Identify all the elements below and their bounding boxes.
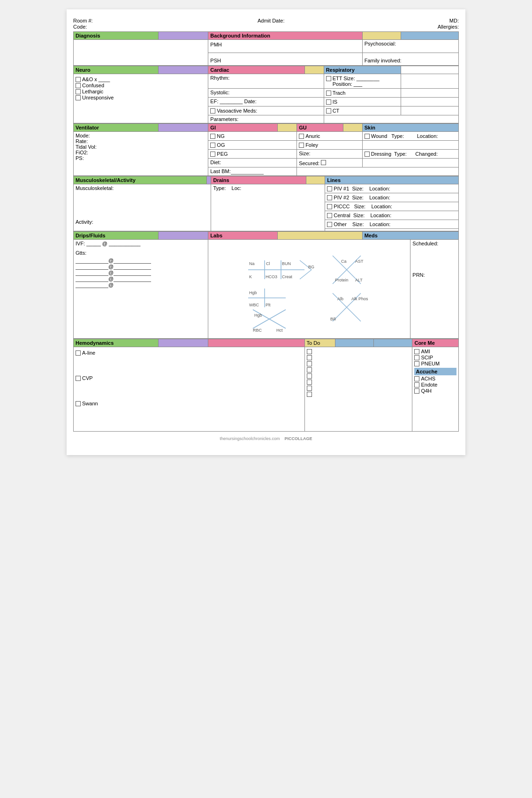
ct-checkbox[interactable] — [326, 108, 331, 114]
peg-checkbox[interactable] — [210, 152, 215, 157]
svg-text:Alb: Alb — [337, 296, 343, 301]
neuro-header: Neuro — [74, 66, 159, 74]
gu-skin-extra — [297, 167, 459, 176]
resp-params-extra — [324, 115, 458, 123]
skin-header: Skin — [362, 124, 458, 132]
drips-purple — [158, 232, 208, 240]
todo5-cb[interactable] — [307, 373, 312, 379]
labs-header: Labs — [208, 232, 278, 240]
hemo-cvp: CVP — [76, 375, 303, 381]
endote-cb[interactable] — [414, 382, 419, 388]
q4h-cb[interactable] — [414, 388, 419, 394]
core-achs: ACHS — [414, 376, 456, 381]
confused-checkbox[interactable] — [76, 83, 81, 88]
todo8-cb[interactable] — [307, 392, 312, 397]
gi-header: GI — [208, 124, 278, 132]
todo-6 — [307, 379, 410, 385]
aox-checkbox[interactable] — [76, 77, 81, 82]
msk-spacer — [76, 191, 209, 219]
foley-checkbox[interactable] — [299, 143, 304, 148]
svg-text:Hgb: Hgb — [249, 290, 257, 295]
skin-wound2 — [362, 141, 458, 150]
ett-checkbox[interactable] — [326, 76, 331, 81]
neuro-purple — [158, 66, 208, 74]
achs-cb[interactable] — [414, 376, 419, 381]
msk-purple — [207, 176, 211, 184]
todo-header: To Do — [304, 339, 335, 347]
meds-scheduled: Scheduled: — [412, 241, 456, 246]
svg-line-4 — [300, 270, 312, 279]
todo7-cb[interactable] — [307, 386, 312, 391]
piv1-checkbox[interactable] — [327, 186, 332, 191]
piv2-checkbox[interactable] — [327, 195, 332, 200]
todo3-cb[interactable] — [307, 361, 312, 366]
drips-header: Drips/Fluids — [74, 232, 159, 240]
svg-text:K: K — [249, 274, 252, 279]
todo1-cb[interactable] — [307, 349, 312, 354]
msk-header: Musculoskeletal/Activity — [74, 176, 207, 184]
core-pneum: PNEUM — [414, 361, 456, 366]
vaso-checkbox[interactable] — [210, 108, 215, 114]
md-label: MD: — [449, 18, 459, 23]
footer-website: thenursingschoolchronicles.com — [220, 436, 280, 441]
todo-blue — [335, 339, 374, 347]
drips-content: IVF: _____ @ ___________ Gtts: @ @ @ @ @ — [74, 240, 208, 339]
other-checkbox[interactable] — [327, 222, 332, 227]
core-ami: AMI — [414, 349, 456, 354]
meds-prn: PRN: — [412, 272, 456, 278]
meds-header: Meds — [362, 232, 458, 240]
secured-checkbox[interactable] — [321, 160, 326, 165]
drips-line2: @ — [76, 264, 206, 270]
gu-secured: Secured: — [297, 159, 363, 167]
svg-text:BUN: BUN — [282, 261, 291, 266]
core-endote: Endote — [414, 382, 456, 388]
todo6-cb[interactable] — [307, 380, 312, 385]
background-header: Background Information — [208, 32, 362, 40]
todo-8 — [307, 391, 410, 397]
pneum-cb[interactable] — [414, 361, 419, 366]
vent-mode: Mode: — [76, 133, 206, 138]
svg-text:Bili: Bili — [330, 317, 336, 321]
drips-ivf: IVF: _____ @ ___________ — [76, 241, 206, 246]
vent-fio2: FiO2: — [76, 150, 206, 155]
msk-msk: Musculoskeletal: — [76, 185, 209, 191]
wound-checkbox[interactable] — [365, 134, 370, 139]
svg-text:HCO3: HCO3 — [266, 274, 277, 279]
todo2-cb[interactable] — [307, 355, 312, 360]
ami-cb[interactable] — [414, 349, 419, 354]
svg-text:WBC: WBC — [249, 303, 259, 307]
og-checkbox[interactable] — [210, 143, 215, 148]
lines-central: Central Size: Location: — [325, 211, 459, 220]
unresponsive-checkbox[interactable] — [76, 95, 81, 100]
todo-blue2 — [374, 339, 412, 347]
swann-checkbox[interactable] — [76, 401, 81, 406]
cvp-checkbox[interactable] — [76, 376, 81, 381]
is-checkbox[interactable] — [326, 99, 331, 105]
skin-extra — [362, 159, 458, 167]
anuric-checkbox[interactable] — [299, 134, 304, 139]
lethargic-checkbox[interactable] — [76, 89, 81, 94]
central-checkbox[interactable] — [327, 213, 332, 218]
piccc-checkbox[interactable] — [327, 204, 332, 209]
ng-checkbox[interactable] — [210, 134, 215, 139]
svg-text:AST: AST — [355, 259, 364, 264]
vent-ps: PS: — [76, 155, 206, 161]
lines-piccc: PICCC Size: Location: — [325, 202, 459, 211]
scip-cb[interactable] — [414, 355, 419, 360]
skin-wound: Wound Type: Location: — [362, 132, 458, 141]
vent-content: Mode: Rate: Tidal Vol: FiO2: PS: — [74, 132, 208, 176]
lines-extra — [325, 229, 459, 231]
cardiac-vaso: Vasoactive Meds: — [208, 106, 324, 115]
dressing-checkbox[interactable] — [365, 152, 370, 157]
resp-ct-extra — [401, 106, 458, 115]
trach-checkbox[interactable] — [326, 91, 331, 96]
todo-5 — [307, 373, 410, 379]
aline-checkbox[interactable] — [76, 350, 81, 356]
pmh-cell: PMH — [208, 40, 362, 53]
svg-text:Ca: Ca — [341, 259, 347, 264]
psh-cell: PSH — [208, 53, 362, 66]
core-q4h: Q4H — [414, 388, 456, 394]
neuro-unresponsive: Unresponsive — [76, 95, 206, 100]
todo4-cb[interactable] — [307, 367, 312, 372]
hemo-header: Hemodynamics — [74, 339, 159, 347]
